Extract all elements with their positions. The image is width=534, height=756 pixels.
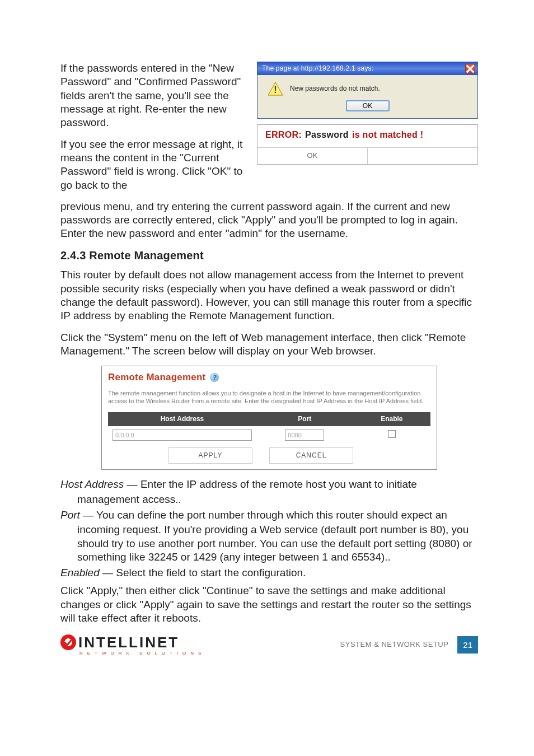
error-pwd: Password [305, 129, 349, 141]
page-number: 21 [457, 636, 478, 654]
enable-checkbox[interactable] [388, 430, 396, 438]
remote-management-panel: Remote Management ? The remote managemen… [101, 366, 437, 470]
error-title: ERROR: Password is not matched ! [257, 125, 477, 147]
alert-message: New passwords do not match. [290, 85, 380, 93]
brand-name: INTELLINET [78, 633, 179, 652]
def-port-body: incoming request. If you're providing a … [60, 523, 478, 564]
col-port: Port [256, 412, 353, 426]
error-label: ERROR: [265, 129, 302, 141]
def-enabled-body: — Select the field to start the configur… [100, 567, 306, 578]
alert-ok-button[interactable]: OK [346, 100, 390, 111]
error-panel: ERROR: Password is not matched ! OK [257, 124, 478, 165]
paragraph-3: This router by default does not allow ma… [60, 268, 478, 323]
error-ok-button[interactable]: OK [257, 148, 368, 164]
port-input[interactable] [285, 430, 324, 441]
def-port-body-inline: — You can define the port number through… [80, 509, 447, 521]
section-heading: 2.4.3 Remote Management [60, 249, 478, 263]
col-host: Host Address [108, 412, 256, 426]
panel-title: Remote Management [108, 371, 205, 384]
alert-dialog: The page at http://192.168.2.1 says: ! N… [257, 62, 478, 119]
cancel-button[interactable]: CANCEL [269, 447, 353, 464]
error-rest: is not matched ! [352, 129, 423, 141]
paragraph-2a: If you see the error message at right, i… [60, 138, 251, 192]
def-host-term: Host Address [60, 478, 124, 490]
def-port: Port — You can define the port number th… [60, 508, 478, 522]
def-enabled-term: Enabled [60, 567, 100, 578]
svg-text:!: ! [274, 85, 277, 95]
def-host-body-inline: — Enter the IP address of the remote hos… [124, 478, 417, 490]
def-host-body: management access.. [60, 493, 478, 506]
paragraph-4: Click the "System" menu on the left of W… [60, 331, 478, 358]
def-enabled: Enabled — Select the field to start the … [60, 566, 478, 580]
apply-button[interactable]: APPLY [168, 447, 252, 464]
host-address-input[interactable] [113, 430, 252, 441]
warning-icon: ! [268, 82, 283, 96]
def-port-term: Port [60, 509, 80, 521]
col-enable: Enable [353, 412, 430, 426]
alert-titlebar: The page at http://192.168.2.1 says: [257, 62, 477, 75]
paragraph-1: If the passwords entered in the "New Pas… [60, 62, 251, 130]
close-icon[interactable] [465, 64, 475, 73]
footer-section-label: SYSTEM & NETWORK SETUP [340, 640, 449, 650]
help-icon[interactable]: ? [210, 373, 219, 382]
panel-description: The remote management function allows yo… [108, 389, 430, 405]
def-host: Host Address — Enter the IP address of t… [60, 478, 478, 491]
brand-subtitle: NETWORK SOLUTIONS [79, 651, 205, 656]
brand-logo: INTELLINET NETWORK SOLUTIONS [60, 633, 205, 657]
panel-table: Host Address Port Enable [108, 412, 430, 444]
alert-title-text: The page at http://192.168.2.1 says: [262, 64, 373, 73]
logo-mark-icon [60, 634, 76, 650]
paragraph-2b: previous menu, and try entering the curr… [60, 200, 478, 241]
page-footer: INTELLINET NETWORK SOLUTIONS SYSTEM & NE… [60, 633, 478, 657]
paragraph-5: Click "Apply," then either click "Contin… [60, 584, 478, 625]
error-empty-cell [368, 148, 477, 164]
